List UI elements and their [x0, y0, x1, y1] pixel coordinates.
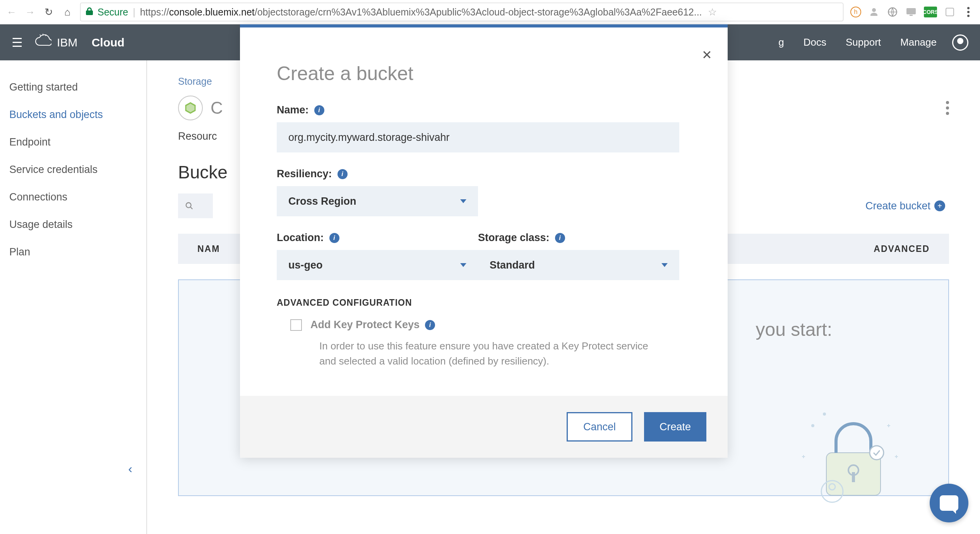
more-icon[interactable]	[946, 101, 949, 115]
svg-point-4	[186, 203, 191, 208]
avatar[interactable]	[952, 34, 968, 51]
svg-rect-9	[852, 472, 855, 482]
key-protect-help: In order to use this feature ensure you …	[277, 331, 656, 384]
nav-docs[interactable]: Docs	[800, 36, 830, 48]
info-icon[interactable]: i	[329, 233, 339, 243]
chat-bubble[interactable]	[930, 484, 968, 522]
location-select[interactable]: us-geo	[277, 250, 478, 280]
create-bucket-modal: ✕ Create a bucket Name: i Resiliency: i …	[240, 24, 728, 458]
sidebar-item-getting-started[interactable]: Getting started	[9, 74, 137, 101]
sidebar-collapse-icon[interactable]: ‹	[128, 462, 132, 476]
sidebar-item-plan[interactable]: Plan	[9, 238, 137, 266]
create-bucket-link[interactable]: Create bucket +	[865, 200, 945, 212]
chevron-down-icon	[460, 263, 466, 267]
back-icon[interactable]: ←	[6, 6, 17, 18]
advanced-section-label: ADVANCED CONFIGURATION	[277, 298, 691, 308]
svg-point-6	[811, 424, 814, 427]
extension-user-icon[interactable]	[868, 6, 880, 18]
star-icon[interactable]: ☆	[707, 6, 718, 18]
modal-title: Create a bucket	[277, 62, 691, 85]
browser-chrome: ← → ↻ ⌂ Secure | https://console.bluemix…	[0, 0, 980, 24]
chevron-down-icon	[661, 263, 668, 267]
sidebar-item-usage[interactable]: Usage details	[9, 211, 137, 238]
key-protect-checkbox[interactable]	[290, 319, 302, 331]
nav-manage[interactable]: Manage	[896, 36, 941, 48]
browser-menu-icon[interactable]	[963, 6, 974, 18]
svg-rect-3	[946, 8, 954, 16]
modal-footer: Cancel Create	[240, 396, 728, 458]
key-protect-label: Add Key Protect Keys i	[310, 319, 435, 331]
extension-monitor-icon[interactable]	[905, 6, 917, 18]
cloud-icon	[34, 34, 51, 51]
chevron-down-icon	[460, 199, 466, 203]
secure-label: Secure	[98, 7, 128, 18]
table-col-name: NAM	[197, 244, 220, 254]
create-button[interactable]: Create	[644, 412, 706, 442]
info-icon[interactable]: i	[425, 320, 435, 330]
lock-illustration-icon	[790, 402, 906, 503]
resiliency-select[interactable]: Cross Region	[277, 186, 478, 216]
extension-square-icon[interactable]	[944, 6, 956, 18]
sidebar-item-endpoint[interactable]: Endpoint	[9, 128, 137, 156]
sidebar-item-credentials[interactable]: Service credentials	[9, 156, 137, 183]
svg-rect-1	[906, 8, 916, 14]
info-icon[interactable]: i	[314, 105, 324, 115]
service-icon	[178, 96, 203, 120]
menu-icon[interactable]: ☰	[12, 35, 23, 50]
info-icon[interactable]: i	[555, 233, 565, 243]
url-bar[interactable]: Secure | https://console.bluemix.net/obj…	[80, 3, 843, 21]
resiliency-label: Resiliency: i	[277, 168, 691, 180]
info-icon[interactable]: i	[338, 169, 348, 179]
lock-icon	[86, 7, 93, 17]
reload-icon[interactable]: ↻	[43, 6, 55, 18]
extension-globe-icon[interactable]	[887, 6, 898, 18]
nav-truncated[interactable]: g	[774, 36, 788, 48]
sidebar-item-connections[interactable]: Connections	[9, 183, 137, 211]
plus-circle-icon: +	[934, 200, 945, 211]
sidebar: Getting started Buckets and objects Endp…	[0, 60, 147, 534]
extension-honest[interactable]: h	[850, 7, 861, 17]
svg-point-5	[823, 412, 826, 416]
before-start-title: you start:	[756, 319, 832, 340]
svg-rect-2	[910, 15, 913, 16]
nav-support[interactable]: Support	[842, 36, 885, 48]
brand-logo[interactable]: IBM Cloud	[34, 34, 125, 51]
svg-point-10	[870, 446, 884, 460]
name-label: Name: i	[277, 104, 691, 116]
service-title: C	[211, 98, 223, 118]
storage-class-select[interactable]: Standard	[478, 250, 679, 280]
name-input[interactable]	[277, 122, 679, 152]
location-label: Location: i	[277, 232, 478, 244]
search-box[interactable]	[178, 193, 213, 218]
extension-cors[interactable]: CORS	[924, 7, 937, 17]
home-icon[interactable]: ⌂	[62, 6, 73, 18]
storage-class-label: Storage class: i	[478, 232, 679, 244]
sidebar-item-buckets[interactable]: Buckets and objects	[9, 101, 137, 128]
forward-icon[interactable]: →	[24, 6, 36, 18]
cancel-button[interactable]: Cancel	[567, 412, 632, 442]
table-col-advanced: ADVANCED	[874, 244, 930, 254]
chat-icon	[940, 495, 958, 511]
close-icon[interactable]: ✕	[702, 48, 712, 62]
